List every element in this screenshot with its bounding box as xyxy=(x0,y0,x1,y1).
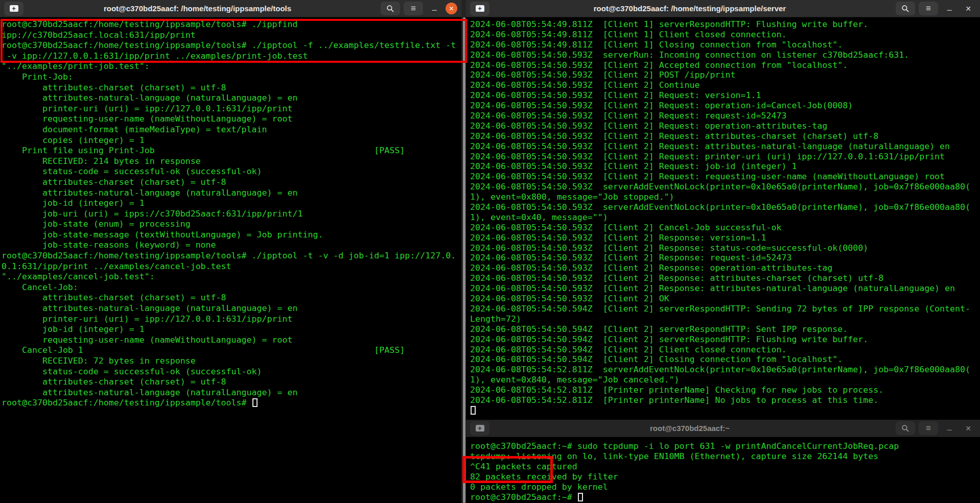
terminal-line: attributes-natural-language (naturalLang… xyxy=(2,188,461,199)
terminal-cursor xyxy=(578,493,583,501)
new-tab-button[interactable]: + xyxy=(4,2,24,16)
terminal-line: "../examples/cancel-job.test": xyxy=(2,272,461,282)
window-controls: ≡ ─ ✕ xyxy=(896,2,976,15)
menu-button[interactable]: ≡ xyxy=(404,2,423,15)
terminal-line: attributes-charset (charset) = utf-8 xyxy=(2,377,461,388)
new-tab-button[interactable]: + xyxy=(470,2,489,16)
terminal-line: 2024-06-08T05:54:50.593Z [Client 2] Requ… xyxy=(470,141,980,152)
minimize-button[interactable]: ─ xyxy=(942,421,957,435)
close-icon: ✕ xyxy=(965,5,971,13)
terminal-line: 1), event=0x800, message="Job stopped.") xyxy=(470,192,980,202)
window-title: root@c370bd25aacf: /home/testing/ippsamp… xyxy=(31,4,364,13)
hamburger-menu-icon: ≡ xyxy=(411,4,416,13)
title-bar-tools: + root@c370bd25aacf: /home/testing/ippsa… xyxy=(0,0,461,17)
terminal-line: 0 packets dropped by kernel xyxy=(470,482,980,492)
terminal-line: 2024-06-08T05:54:50.593Z [Client 2] Resp… xyxy=(470,233,980,243)
close-button[interactable]: ✕ xyxy=(446,3,457,14)
terminal-line: document-format (mimeMediaType) = text/p… xyxy=(2,125,461,135)
terminal-line: 2024-06-08T05:54:49.811Z [Client 1] serv… xyxy=(470,19,980,30)
terminal-line: ^C41 packets captured xyxy=(470,462,980,472)
terminal-line: 2024-06-08T05:54:50.593Z [Client 2] Requ… xyxy=(470,152,980,162)
terminal-line: 2024-06-08T05:54:50.593Z serverAddEventN… xyxy=(470,182,980,192)
terminal-line: 2024-06-08T05:54:50.593Z [Client 2] OK xyxy=(470,294,980,304)
terminal-line: printer-uri (uri) = ipp://127.0.0.1:631/… xyxy=(2,104,461,114)
terminal-line: 2024-06-08T05:54:50.593Z [Client 2] Requ… xyxy=(470,172,980,182)
terminal-line: 2024-06-08T05:54:50.593Z serverRun: Inco… xyxy=(470,50,980,60)
terminal-line: 2024-06-08T05:54:50.594Z [Client 2] Clie… xyxy=(470,345,980,355)
minimize-icon: ─ xyxy=(947,6,951,14)
minimize-button[interactable]: ─ xyxy=(942,2,957,15)
window-controls: ≡ ─ ✕ xyxy=(381,2,457,15)
terminal-line: Length=72) xyxy=(470,314,980,324)
terminal-line: 2024-06-08T05:54:50.593Z serverAddEventN… xyxy=(470,202,980,212)
minimize-icon: ─ xyxy=(432,6,436,14)
menu-button[interactable]: ≡ xyxy=(919,2,938,15)
search-button[interactable] xyxy=(381,2,400,15)
title-bar-home: + root@c370bd25aacf:~ ≡ ─ ✕ xyxy=(466,420,980,437)
terminal-line: "../examples/print-job.test": xyxy=(2,61,461,72)
terminal-line: 2024-06-08T05:54:50.593Z [Client 2] POST… xyxy=(470,70,980,80)
terminal-line: 2024-06-08T05:54:50.593Z [Client 2] Cont… xyxy=(470,80,980,90)
new-tab-icon: + xyxy=(476,5,484,12)
terminal-window-server: + root@c370bd25aacf: /home/testing/ippsa… xyxy=(466,0,980,420)
search-button[interactable] xyxy=(896,2,915,15)
hamburger-menu-icon: ≡ xyxy=(926,4,931,13)
terminal-line: 2024-06-08T05:54:50.593Z [Client 2] Resp… xyxy=(470,263,980,273)
terminal-line: 2024-06-08T05:54:50.594Z [Client 2] serv… xyxy=(470,324,980,334)
terminal-line: attributes-natural-language (naturalLang… xyxy=(2,303,461,314)
new-tab-icon: + xyxy=(476,425,484,432)
terminal-line: RECEIVED: 72 bytes in response xyxy=(2,356,461,367)
terminal-line: -v ipp://127.0.0.1:631/ipp/print ../exam… xyxy=(2,51,461,62)
search-icon xyxy=(901,424,909,433)
terminal-output-home[interactable]: root@c370bd25aacf:~# sudo tcpdump -i lo … xyxy=(466,437,980,503)
terminal-line: 2024-06-08T05:54:50.593Z [Client 2] Canc… xyxy=(470,223,980,233)
window-divider xyxy=(461,0,466,503)
desktop: + root@c370bd25aacf: /home/testing/ippsa… xyxy=(0,0,980,503)
close-icon: ✕ xyxy=(965,424,971,433)
terminal-line: attributes-charset (charset) = utf-8 xyxy=(2,83,461,93)
terminal-line: Print file using Print-Job [PASS] xyxy=(2,146,461,156)
terminal-line: attributes-charset (charset) = utf-8 xyxy=(2,293,461,303)
terminal-line: root@c370bd25aacf:/home/testing/ippsampl… xyxy=(2,19,461,30)
terminal-line: root@c370bd25aacf:/home/testing/ippsampl… xyxy=(2,251,461,261)
minimize-icon: ─ xyxy=(947,426,951,434)
terminal-line: 2024-06-08T05:54:50.594Z [Client 2] serv… xyxy=(470,334,980,345)
terminal-line: printer-uri (uri) = ipp://127.0.0.1:631/… xyxy=(2,314,461,325)
terminal-line: Cancel-Job: xyxy=(2,282,461,293)
terminal-line: root@c370bd25aacf:/home/testing/ippsampl… xyxy=(2,40,461,51)
terminal-line: requesting-user-name (nameWithoutLanguag… xyxy=(2,335,461,346)
terminal-line: status-code = successful-ok (successful-… xyxy=(2,166,461,177)
terminal-line: 1), event=0x840, message="Job canceled."… xyxy=(470,375,980,385)
close-button[interactable]: ✕ xyxy=(961,2,976,15)
terminal-line: root@c370bd25aacf:~# sudo tcpdump -i lo … xyxy=(470,441,980,451)
terminal-line: status-code = successful-ok (successful-… xyxy=(2,367,461,377)
terminal-line: RECEIVED: 214 bytes in response xyxy=(2,156,461,167)
terminal-line: 1), event=0x40, message="") xyxy=(470,212,980,223)
terminal-line: 2024-06-08T05:54:50.593Z [Client 2] Resp… xyxy=(470,253,980,263)
terminal-line xyxy=(470,405,980,416)
terminal-line: 2024-06-08T05:54:50.593Z [Client 2] Resp… xyxy=(470,243,980,253)
scrollbar-thumb[interactable] xyxy=(463,17,465,503)
terminal-line: 2024-06-08T05:54:50.593Z [Client 2] Requ… xyxy=(470,90,980,101)
close-button[interactable]: ✕ xyxy=(961,421,976,435)
terminal-line: 2024-06-08T05:54:52.811Z [Printer printe… xyxy=(470,385,980,395)
new-tab-button[interactable]: + xyxy=(470,421,489,436)
terminal-line: 2024-06-08T05:54:50.593Z [Client 2] Requ… xyxy=(470,121,980,131)
terminal-line: 2024-06-08T05:54:50.593Z [Client 2] Requ… xyxy=(470,111,980,121)
terminal-line: job-state-reasons (keyword) = none xyxy=(2,240,461,251)
search-icon xyxy=(901,5,909,13)
terminal-line: job-state (enum) = processing xyxy=(2,219,461,230)
terminal-line: tcpdump: listening on lo, link-type EN10… xyxy=(470,451,980,462)
terminal-output-server[interactable]: 2024-06-08T05:54:49.811Z [Client 1] serv… xyxy=(466,17,980,420)
terminal-line: 2024-06-08T05:54:52.811Z serverAddEventN… xyxy=(470,365,980,375)
terminal-line: requesting-user-name (nameWithoutLanguag… xyxy=(2,114,461,125)
terminal-line: 2024-06-08T05:54:50.594Z [Client 2] serv… xyxy=(470,304,980,314)
hamburger-menu-icon: ≡ xyxy=(926,424,931,433)
terminal-line: job-uri (uri) = ipps://c370bd25aacf:631/… xyxy=(2,209,461,220)
minimize-button[interactable]: ─ xyxy=(427,2,442,15)
search-button[interactable] xyxy=(896,421,915,435)
window-title: root@c370bd25aacf:~ xyxy=(497,424,883,433)
terminal-output-tools[interactable]: root@c370bd25aacf:/home/testing/ippsampl… xyxy=(0,17,461,503)
menu-button[interactable]: ≡ xyxy=(919,421,938,435)
terminal-line: Print-Job: xyxy=(2,72,461,83)
